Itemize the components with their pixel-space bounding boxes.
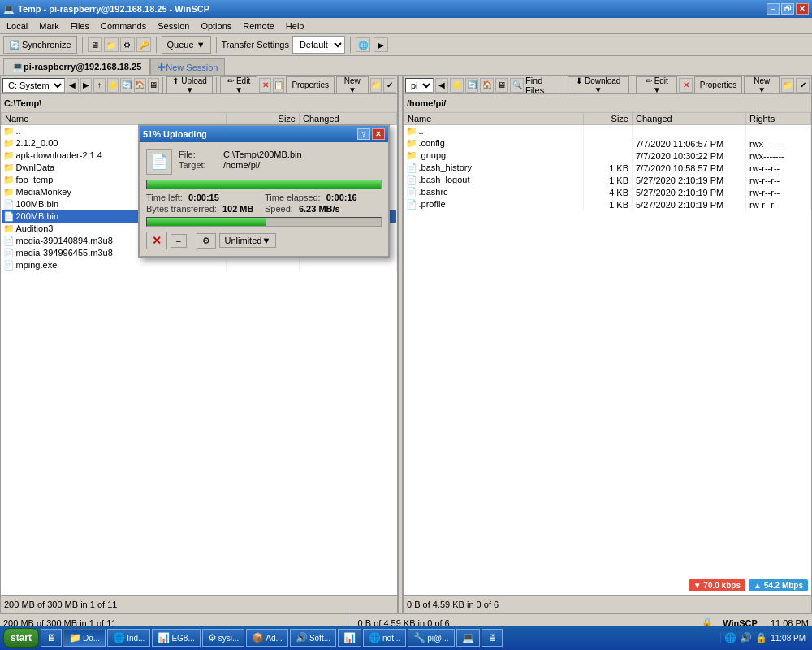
- dialog-help-btn[interactable]: ?: [357, 128, 370, 140]
- dialog-minimize-btn[interactable]: –: [171, 234, 187, 248]
- taskbar-icon-10: 🔧: [413, 632, 425, 644]
- upload-dialog: 51% Uploading ? ✕ 📄 File: C:\Temp\200MB.…: [138, 124, 390, 258]
- main-content: C: System ◀ ▶ ↑ ⭐ 🔄 🏠 🖥 ⬆ Upload ▼ ✏ Edi…: [0, 76, 812, 613]
- title-bar: 💻 Temp - pi-raspberry@192.168.18.25 - Wi…: [0, 0, 812, 18]
- dialog-controls: ? ✕: [357, 128, 385, 140]
- transfer-settings-label: Transfer Settings: [222, 40, 289, 50]
- taskbar-icon-2: 📁: [69, 632, 81, 644]
- title-bar-left: 💻 Temp - pi-raspberry@192.168.18.25 - Wi…: [3, 4, 209, 15]
- toolbar-sep-1: [82, 37, 83, 53]
- taskbar-icon-9: 🌐: [369, 632, 381, 644]
- taskbar-item-ad[interactable]: 📦 Ad...: [246, 629, 288, 647]
- menu-options[interactable]: Options: [196, 20, 236, 32]
- tray-icon-network: 🌐: [724, 632, 736, 644]
- toolbar-icon-btn-2[interactable]: 📁: [104, 37, 119, 52]
- tray-icon-volume: 🔊: [740, 632, 752, 644]
- toolbar-arrow-right[interactable]: ▶: [374, 37, 388, 52]
- menu-remote[interactable]: Remote: [238, 20, 279, 32]
- dialog-target-row: Target: /home/pi/: [179, 160, 302, 170]
- target-label: Target:: [179, 160, 223, 170]
- dialog-title-text: 51% Uploading: [143, 129, 207, 139]
- queue-button[interactable]: Queue ▼: [162, 36, 211, 54]
- start-button[interactable]: start: [3, 628, 39, 648]
- taskbar-item-eg8[interactable]: 📊 EG8...: [152, 629, 200, 647]
- taskbar-icon-7: 🔊: [296, 632, 308, 644]
- menu-files[interactable]: Files: [66, 20, 94, 32]
- toolbar-icon-btn-1[interactable]: 🖥: [88, 37, 102, 52]
- dialog-title-bar: 51% Uploading ? ✕: [140, 126, 388, 142]
- dialog-file-info: 📄 File: C:\Temp\200MB.bin Target: /home/…: [146, 149, 382, 175]
- options-icon: ⚙: [202, 236, 210, 246]
- title-text: Temp - pi-raspberry@192.168.18.25 - WinS…: [18, 4, 209, 14]
- taskbar-item-misc[interactable]: 📊: [338, 629, 361, 647]
- menu-commands[interactable]: Commands: [96, 20, 151, 32]
- toolbar-icons-1: 🖥 📁 ⚙ 🔑: [88, 37, 151, 52]
- toolbar-icon-btn-3[interactable]: ⚙: [120, 37, 135, 52]
- tab-icon: 💻: [12, 62, 24, 72]
- tab-new-session[interactable]: ✚ New Session: [150, 58, 225, 75]
- dialog-body: 📄 File: C:\Temp\200MB.bin Target: /home/…: [140, 142, 388, 256]
- taskbar-item-not[interactable]: 🌐 not...: [363, 629, 406, 647]
- title-bar-controls: – 🗗 ✕: [767, 3, 809, 15]
- minimize-button[interactable]: –: [767, 3, 780, 15]
- taskbar-icon-3: 🌐: [113, 632, 125, 644]
- taskbar-item-explorer[interactable]: 🖥: [41, 629, 62, 647]
- file-value: C:\Temp\200MB.bin: [223, 150, 302, 159]
- taskbar-icon-1: 🖥: [46, 632, 56, 644]
- file-label: File:: [179, 150, 223, 159]
- dialog-overlay: 51% Uploading ? ✕ 📄 File: C:\Temp\200MB.…: [0, 76, 812, 613]
- menu-local[interactable]: Local: [2, 20, 32, 32]
- restore-button[interactable]: 🗗: [781, 3, 794, 15]
- app-icon: 💻: [3, 4, 15, 15]
- toolbar-sep-2: [156, 37, 157, 53]
- close-button[interactable]: ✕: [796, 3, 809, 15]
- dialog-close-btn[interactable]: ✕: [372, 128, 385, 140]
- stat-time-left: Time left: 0:00:15: [146, 193, 263, 202]
- menu-mark[interactable]: Mark: [34, 20, 63, 32]
- dialog-file-icon: 📄: [146, 149, 172, 175]
- menu-bar: Local Mark Files Commands Session Option…: [0, 18, 812, 34]
- toolbar-sep-3: [216, 37, 217, 53]
- taskbar-icon-8: 📊: [343, 632, 356, 644]
- taskbar-icon-11: 💻: [462, 632, 474, 644]
- taskbar-item-pi[interactable]: 🔧 pi@...: [408, 629, 454, 647]
- taskbar-icon-4: 📊: [158, 632, 170, 644]
- progress-bar-2: [146, 217, 382, 227]
- toolbar-open-url[interactable]: 🌐: [356, 37, 370, 52]
- tab-bar: 💻 pi-raspberry@192.168.18.25 ✚ New Sessi…: [0, 56, 812, 76]
- taskbar-icon-6: 📦: [252, 632, 264, 644]
- taskbar-item-soft[interactable]: 🔊 Soft...: [290, 629, 336, 647]
- taskbar-item-ind[interactable]: 🌐 Ind...: [107, 629, 150, 647]
- taskbar-item-11[interactable]: 💻: [456, 629, 480, 647]
- options-btn[interactable]: ⚙: [197, 233, 216, 249]
- system-clock: 11:08 PM: [771, 634, 806, 643]
- target-value: /home/pi/: [223, 160, 260, 170]
- taskbar-icon-5: ⚙: [208, 632, 217, 644]
- toolbar-icon-btn-4[interactable]: 🔑: [136, 37, 151, 52]
- stat-elapsed: Time elapsed: 0:00:16: [265, 193, 382, 202]
- cancel-button[interactable]: ✕: [146, 232, 167, 249]
- synchronize-button[interactable]: 🔄 Synchronize: [3, 36, 77, 54]
- speed-limit-btn[interactable]: Unlimited ▼: [219, 233, 277, 248]
- dialog-buttons: ✕ – ⚙ Unlimited ▼: [146, 232, 382, 249]
- taskbar-icon-12: 🖥: [487, 632, 497, 644]
- toolbar-sep-4: [350, 37, 351, 53]
- dialog-file-row: File: C:\Temp\200MB.bin: [179, 150, 302, 159]
- tray-icon-lock: 🔒: [755, 632, 767, 644]
- transfer-settings-combo[interactable]: Default: [292, 36, 345, 54]
- dialog-stats: Time left: 0:00:15 Time elapsed: 0:00:16…: [146, 193, 382, 214]
- dialog-file-details: File: C:\Temp\200MB.bin Target: /home/pi…: [179, 149, 302, 171]
- stat-speed: Speed: 6.23 MB/s: [265, 204, 382, 214]
- tab-session[interactable]: 💻 pi-raspberry@192.168.18.25: [3, 58, 150, 75]
- taskbar-item-sysi[interactable]: ⚙ sysi...: [202, 629, 245, 647]
- progress-bar-2-inner: [147, 218, 266, 226]
- menu-session[interactable]: Session: [153, 20, 194, 32]
- taskbar-item-do[interactable]: 📁 Do...: [63, 629, 106, 647]
- stat-bytes: Bytes transferred: 102 MB: [146, 204, 263, 214]
- main-toolbar: 🔄 Synchronize 🖥 📁 ⚙ 🔑 Queue ▼ Transfer S…: [0, 34, 812, 56]
- taskbar: start 🖥 📁 Do... 🌐 Ind... 📊 EG8... ⚙ sysi…: [0, 626, 812, 650]
- progress-bar-1: [146, 180, 382, 189]
- progress-bar-1-inner: [147, 180, 381, 188]
- taskbar-item-12[interactable]: 🖥: [482, 629, 503, 647]
- menu-help[interactable]: Help: [281, 20, 309, 32]
